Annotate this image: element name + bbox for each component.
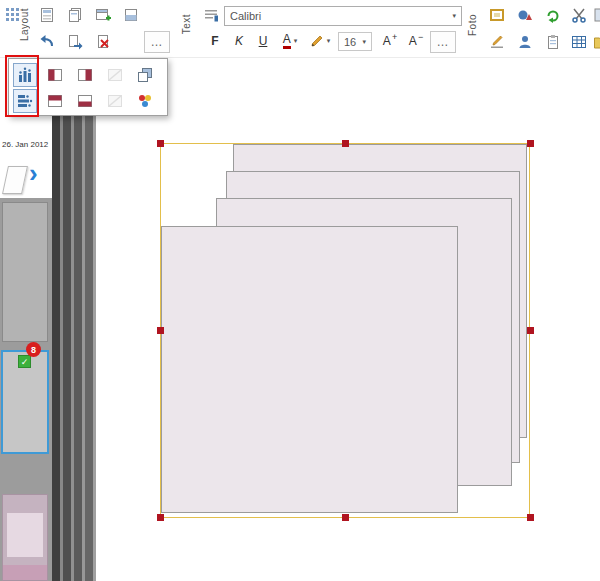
font-size-value: 16	[344, 36, 356, 48]
add-window-icon[interactable]	[92, 4, 114, 26]
align-center-horizontal-icon	[103, 63, 127, 87]
text-group-label: Text	[182, 14, 192, 34]
selection-handle-e[interactable]	[527, 327, 534, 334]
page-template-icon[interactable]	[36, 4, 58, 26]
chevron-down-icon: ▾	[327, 37, 331, 45]
font-family-select[interactable]: Calibri ▾	[224, 6, 462, 26]
check-icon[interactable]: ✓	[18, 355, 31, 368]
selection-handle-n[interactable]	[342, 140, 349, 147]
distribute-vertical-icon[interactable]	[13, 89, 37, 113]
font-letter: A	[383, 34, 391, 48]
font-color-letter: A	[283, 33, 291, 49]
photo-extra-icon[interactable]	[590, 4, 600, 26]
selection-handle-sw[interactable]	[157, 514, 164, 521]
ellipsis-icon: …	[151, 35, 164, 49]
page-thumbnail[interactable]	[2, 494, 48, 581]
align-bottom-icon[interactable]	[73, 89, 97, 113]
text-more-button[interactable]: …	[430, 31, 456, 53]
selection-handle-se[interactable]	[527, 514, 534, 521]
photo-shape-icon[interactable]	[514, 4, 536, 26]
folder-icon[interactable]	[590, 31, 600, 53]
selection-handle-s[interactable]	[342, 514, 349, 521]
bold-button[interactable]: F	[204, 31, 226, 51]
selection-handle-nw[interactable]	[157, 140, 164, 147]
selection-handle-w[interactable]	[157, 327, 164, 334]
increase-font-button[interactable]: A+	[378, 31, 402, 51]
decrease-font-button[interactable]: A−	[404, 31, 428, 51]
ellipsis-icon: …	[437, 35, 450, 49]
undo-icon[interactable]	[36, 31, 58, 53]
chevron-down-icon: ▾	[452, 12, 456, 20]
align-top-icon[interactable]	[43, 89, 67, 113]
photo-count-badge: 8	[26, 342, 41, 357]
main-toolbar: Layout … Text Calibri	[0, 0, 600, 58]
photo-scissors-icon[interactable]	[568, 4, 590, 26]
table-grid-icon[interactable]	[568, 31, 590, 53]
pen-color-icon	[310, 34, 324, 48]
photo-frame-icon[interactable]	[486, 4, 508, 26]
font-family-value: Calibri	[230, 10, 261, 22]
photo-person-icon[interactable]	[514, 31, 536, 53]
plus-icon: +	[392, 32, 397, 42]
selection-handle-ne[interactable]	[527, 140, 534, 147]
font-size-select[interactable]: 16 ▾	[338, 32, 372, 51]
arrange-forward-icon[interactable]	[133, 63, 157, 87]
align-center-vertical-icon	[103, 89, 127, 113]
underline-button[interactable]: U	[252, 31, 274, 51]
minus-icon: −	[418, 32, 423, 42]
photo-rotate-icon[interactable]	[542, 4, 564, 26]
photo-frame-stack-item[interactable]	[161, 226, 458, 513]
thumbnail-footer	[3, 565, 47, 580]
thumbnail-area: 8 ✓	[0, 198, 52, 581]
chevron-down-icon: ▾	[294, 37, 298, 45]
chevron-down-icon: ▾	[362, 38, 366, 46]
paste-icon[interactable]	[64, 31, 86, 53]
pages-sidebar: 26. Jan 2012 › 8 ✓	[0, 58, 52, 581]
pen-color-button[interactable]: ▾	[306, 31, 334, 51]
align-left-icon[interactable]	[43, 63, 67, 87]
page-thumbnail[interactable]	[2, 202, 48, 342]
date-label: 26. Jan 2012	[2, 140, 48, 149]
copy-page-icon[interactable]	[64, 4, 86, 26]
font-letter: A	[409, 34, 417, 48]
delete-page-icon[interactable]	[92, 31, 114, 53]
distribute-horizontal-icon[interactable]	[13, 63, 37, 87]
text-block-icon[interactable]	[200, 4, 222, 26]
split-window-icon[interactable]	[120, 4, 142, 26]
photo-edit-icon[interactable]	[486, 31, 508, 53]
clipboard-icon[interactable]	[542, 31, 564, 53]
effects-icon[interactable]	[133, 89, 157, 113]
italic-button[interactable]: K	[228, 31, 250, 51]
layout-group-label: Layout	[20, 8, 30, 41]
thumbnail-content	[7, 513, 43, 557]
app-window: Layout … Text Calibri	[0, 0, 600, 581]
font-color-button[interactable]: A ▾	[276, 31, 304, 51]
expand-sidebar-button[interactable]: ›	[29, 160, 38, 186]
more-options-button[interactable]: …	[144, 31, 170, 53]
arrange-palette	[8, 58, 168, 116]
panel-splitter[interactable]	[52, 58, 96, 581]
page-flip-icon	[2, 166, 28, 194]
foto-group-label: Foto	[468, 14, 478, 36]
align-right-icon[interactable]	[73, 63, 97, 87]
